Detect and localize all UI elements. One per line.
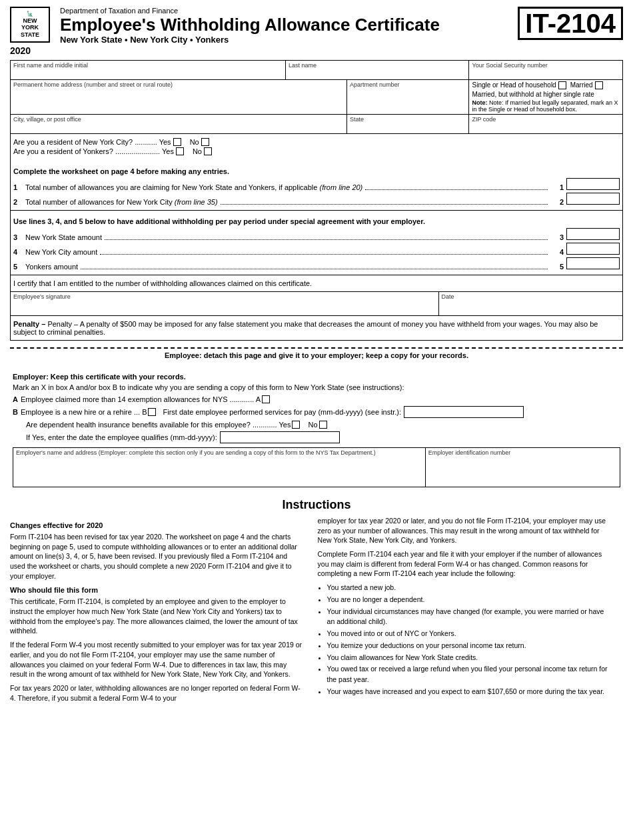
box-b-checkbox[interactable]	[148, 408, 156, 416]
state-field[interactable]: State	[347, 115, 470, 133]
who-heading: Who should file this form	[10, 586, 305, 594]
line2-number: 2	[13, 198, 23, 206]
date-field[interactable]: Date	[439, 292, 622, 315]
box-a-letter: A	[13, 395, 18, 403]
line5-label: Yonkers amount	[25, 263, 78, 271]
dept-name: Department of Taxation and Finance	[60, 7, 518, 15]
detach-line: Employee: detach this page and give it t…	[10, 347, 623, 362]
health-question: Are dependent health insurance benefits …	[26, 421, 291, 429]
if-yes-label: If Yes, enter the date the employee qual…	[26, 433, 217, 441]
nyc-residence-row: Are you a resident of New York City? ...…	[13, 138, 620, 146]
yonkers-no-checkbox[interactable]	[204, 147, 212, 155]
yonkers-yes-checkbox[interactable]	[176, 147, 184, 155]
instructions-section: Instructions Changes effective for 2020 …	[10, 498, 623, 707]
bullet-4: You moved into or out of NYC or Yonkers.	[327, 629, 612, 639]
who-text2: If the federal Form W-4 you most recentl…	[10, 640, 305, 679]
instructions-title: Instructions	[10, 498, 623, 512]
married-higher-label: Married, but withhold at higher single r…	[472, 91, 620, 98]
if-yes-row: If Yes, enter the date the employee qual…	[26, 431, 620, 443]
penalty-section: Penalty – Penalty – A penalty of $500 ma…	[10, 316, 623, 341]
box-b-letter: B	[13, 408, 18, 416]
nyc-yes-checkbox[interactable]	[173, 138, 181, 146]
line5-dots	[81, 260, 548, 269]
ssn-field[interactable]: Your Social Security number	[469, 61, 622, 79]
signature-date-row: Employee's signature Date	[10, 291, 623, 316]
box-a-checkbox[interactable]	[262, 395, 270, 403]
first-date-input[interactable]	[404, 406, 524, 418]
address-field[interactable]: Permanent home address (number and stree…	[11, 80, 347, 114]
header-text: Department of Taxation and Finance Emplo…	[60, 7, 518, 45]
line4-input[interactable]	[566, 243, 620, 255]
box-a-label: Employee claimed more than 14 exemption …	[21, 395, 261, 403]
address-row: Permanent home address (number and stree…	[10, 79, 623, 114]
first-name-field[interactable]: First name and middle initial	[11, 61, 286, 79]
line4-box-num: 4	[550, 248, 564, 256]
special-instruction: Use lines 3, 4, and 5 below to have addi…	[13, 217, 620, 225]
instructions-left-col: Changes effective for 2020 Form IT-2104 …	[10, 516, 305, 707]
line2-dots	[221, 195, 548, 205]
form-header: 🗽 NEW YORK STATE 2020 Department of Taxa…	[10, 7, 623, 56]
apartment-field[interactable]: Apartment number	[347, 80, 470, 114]
health-no-checkbox[interactable]	[319, 421, 327, 429]
line3-row: 3 New York State amount 3	[13, 228, 620, 241]
nyc-no-label: No	[190, 138, 199, 146]
form-number: IT-2104	[518, 7, 623, 40]
name-ssn-row: First name and middle initial Last name …	[10, 60, 623, 79]
employer-section: Employer: Keep this certificate with you…	[10, 369, 623, 491]
single-hoh-checkbox[interactable]	[558, 81, 566, 89]
box-a-row: A Employee claimed more than 14 exemptio…	[13, 395, 620, 403]
last-name-field[interactable]: Last name	[286, 61, 469, 79]
worksheet-instruction: Complete the worksheet on page 4 before …	[13, 167, 620, 175]
married-checkbox[interactable]	[595, 81, 603, 89]
logo-area: 🗽 NEW YORK STATE 2020	[10, 7, 50, 56]
box-b-row: B Employee is a new hire or a rehire ...…	[13, 406, 620, 418]
nyc-question: Are you a resident of New York City? ...…	[13, 138, 171, 146]
instructions-columns: Changes effective for 2020 Form IT-2104 …	[10, 516, 623, 707]
ny-state-logo: 🗽 NEW YORK STATE	[10, 7, 50, 43]
employer-ein-field[interactable]: Employer identification number	[426, 448, 620, 487]
signature-field[interactable]: Employee's signature	[11, 292, 439, 315]
first-date-label: First date employee performed services f…	[163, 408, 401, 416]
line3-dots	[105, 231, 548, 240]
changes-heading: Changes effective for 2020	[10, 521, 305, 529]
line3-input[interactable]	[566, 228, 620, 240]
box-b-label: Employee is a new hire or a rehire ... B	[21, 408, 147, 416]
yonkers-question: Are you a resident of Yonkers? .........…	[13, 147, 174, 155]
line1-input[interactable]	[566, 178, 620, 190]
form-year: 2020	[10, 45, 50, 56]
if-yes-date-input[interactable]	[220, 431, 340, 443]
certify-section: I certify that I am entitled to the numb…	[10, 275, 623, 291]
bullet-7: You owed tax or received a large refund …	[327, 664, 612, 685]
health-no-label: No	[308, 421, 317, 429]
line4-number: 4	[13, 248, 23, 256]
line2-input[interactable]	[566, 193, 620, 205]
city-field[interactable]: City, village, or post office	[11, 115, 347, 133]
bullet-8: Your wages have increased and you expect…	[327, 687, 612, 697]
instructions-right-col: employer for tax year 2020 or later, and…	[318, 516, 612, 707]
right-text2: Complete Form IT-2104 each year and file…	[318, 549, 612, 579]
city-state-zip-row: City, village, or post office State ZIP …	[10, 114, 623, 134]
line5-box-num: 5	[550, 263, 564, 271]
line1-row: 1 Total number of allowances you are cla…	[13, 178, 620, 191]
right-text1: employer for tax year 2020 or later, and…	[318, 516, 612, 545]
yonkers-residence-row: Are you a resident of Yonkers? .........…	[13, 147, 620, 155]
filing-status-field: Single or Head of household Married Marr…	[469, 80, 622, 114]
line2-label: Total number of allowances for New York …	[25, 198, 218, 206]
bullet-2: You are no longer a dependent.	[327, 595, 612, 605]
form-subtitle: New York State • New York City • Yonkers	[60, 35, 518, 45]
employer-heading: Employer: Keep this certificate with you…	[13, 373, 620, 381]
line5-row: 5 Yonkers amount 5	[13, 257, 620, 271]
line1-box-num: 1	[550, 183, 564, 191]
employer-name-ein-table: Employer's name and address (Employer: c…	[13, 447, 620, 487]
employer-name-field[interactable]: Employer's name and address (Employer: c…	[13, 448, 426, 487]
changes-text: Form IT-2104 has been revised for tax ye…	[10, 532, 305, 581]
who-text1: This certificate, Form IT-2104, is compl…	[10, 597, 305, 636]
special-section: Use lines 3, 4, and 5 below to have addi…	[10, 210, 623, 275]
zip-field[interactable]: ZIP code	[469, 115, 622, 133]
health-yes-checkbox[interactable]	[292, 421, 300, 429]
line5-input[interactable]	[566, 257, 620, 269]
bullet-5: You itemize your deductions on your pers…	[327, 641, 612, 651]
line1-dots	[365, 181, 548, 190]
line3-label: New York State amount	[25, 233, 102, 241]
nyc-no-checkbox[interactable]	[201, 138, 209, 146]
